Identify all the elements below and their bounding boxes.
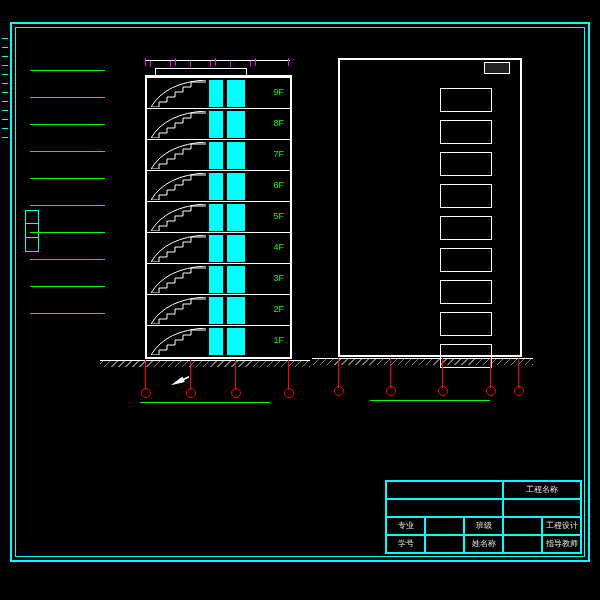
grid-axis	[145, 360, 146, 390]
section-caption	[140, 402, 270, 403]
section-outline: 9F8F7F6F5F4F3F2F1F	[145, 75, 292, 359]
stair-icon	[151, 328, 206, 355]
grid-axis	[390, 358, 391, 388]
core-wall	[227, 80, 245, 107]
window	[440, 280, 492, 304]
floor-label: 1F	[273, 335, 284, 345]
tb-cell: 专业	[386, 517, 425, 535]
floor-label: 4F	[273, 242, 284, 252]
grid-axis	[235, 360, 236, 390]
ground-hatch	[312, 359, 533, 365]
core-wall	[209, 80, 223, 107]
elevation-view	[330, 58, 525, 398]
floor-label: 8F	[273, 118, 284, 128]
stair-icon	[151, 297, 206, 324]
core-wall	[227, 297, 245, 324]
stair-icon	[151, 111, 206, 138]
floor: 7F	[147, 139, 290, 171]
floor-label: 9F	[273, 87, 284, 97]
tb-cell: 姓名称	[464, 535, 503, 553]
floor: 9F	[147, 77, 290, 109]
grid-axis	[518, 358, 519, 388]
floor: 4F	[147, 232, 290, 264]
stair-icon	[151, 142, 206, 169]
core-wall	[209, 266, 223, 293]
core-wall	[227, 235, 245, 262]
core-wall	[227, 328, 245, 355]
core-wall	[209, 328, 223, 355]
core-wall	[209, 173, 223, 200]
floor-label: 2F	[273, 304, 284, 314]
window	[440, 312, 492, 336]
core-wall	[209, 204, 223, 231]
title-block: 工程名称 专业 班级 工程设计 学号 姓名称 指导教师	[385, 480, 582, 554]
grid-axis	[490, 358, 491, 388]
window	[440, 88, 492, 112]
stair-icon	[151, 235, 206, 262]
tb-cell	[425, 517, 464, 535]
elevation-outline	[338, 58, 522, 357]
tb-cell	[503, 535, 542, 553]
core-wall	[227, 173, 245, 200]
binding-marks	[2, 30, 8, 550]
core-wall	[209, 297, 223, 324]
floor: 6F	[147, 170, 290, 202]
elevation-caption	[370, 400, 490, 401]
tb-blank	[386, 481, 503, 499]
floor-label: 6F	[273, 180, 284, 190]
core-wall	[227, 266, 245, 293]
core-wall	[209, 111, 223, 138]
floor: 8F	[147, 108, 290, 140]
stair-icon	[151, 266, 206, 293]
window	[440, 216, 492, 240]
tb-cell: 班级	[464, 517, 503, 535]
core-wall	[227, 142, 245, 169]
tb-cell: 工程设计	[542, 517, 581, 535]
tb-cell: 指导教师	[542, 535, 581, 553]
floor: 2F	[147, 294, 290, 326]
floor: 3F	[147, 263, 290, 295]
tb-cell: 学号	[386, 535, 425, 553]
tb-project-label: 工程名称	[503, 481, 581, 499]
grid-axis	[442, 358, 443, 388]
grid-axis	[338, 358, 339, 388]
tb-blank	[386, 499, 503, 517]
core-wall	[209, 235, 223, 262]
view-arrow-icon	[170, 374, 191, 388]
window	[440, 248, 492, 272]
window	[440, 152, 492, 176]
vertical-dimension-lines	[30, 70, 105, 340]
floor: 1F	[147, 325, 290, 357]
floor: 5F	[147, 201, 290, 233]
core-wall	[227, 204, 245, 231]
grid-axis	[288, 360, 289, 390]
ground-hatch	[100, 361, 310, 367]
tb-cell	[425, 535, 464, 553]
core-wall	[209, 142, 223, 169]
window-column	[440, 88, 492, 349]
grid-axis	[190, 360, 191, 390]
window	[440, 120, 492, 144]
core-wall	[227, 111, 245, 138]
roof-equipment	[484, 62, 510, 74]
tb-cell	[503, 517, 542, 535]
stair-icon	[151, 173, 206, 200]
stair-icon	[151, 204, 206, 231]
floor-label: 7F	[273, 149, 284, 159]
floor-label: 3F	[273, 273, 284, 283]
floor-label: 5F	[273, 211, 284, 221]
stair-icon	[151, 80, 206, 107]
section-view: 9F8F7F6F5F4F3F2F1F	[110, 60, 290, 400]
section-top-ruler	[145, 60, 290, 67]
tb-blank	[503, 499, 581, 517]
window	[440, 184, 492, 208]
